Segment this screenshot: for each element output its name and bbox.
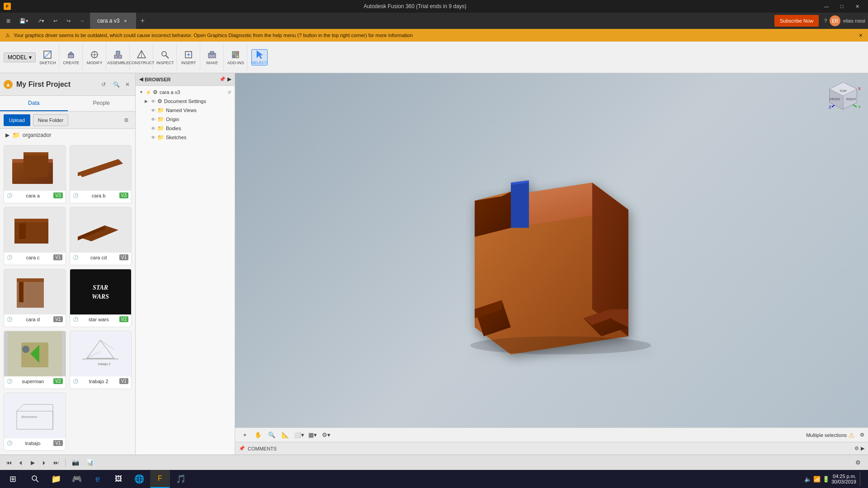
assemble-icon[interactable]: ASSEMBLE [110, 49, 126, 66]
taskbar-app-ie[interactable]: e [88, 470, 108, 488]
tray-icon-3[interactable]: 🔋 [822, 476, 830, 483]
tree-item-sketches[interactable]: 👁 📁 Sketches [136, 133, 235, 142]
tab-people[interactable]: People [68, 96, 136, 111]
tree-item-bodies[interactable]: 👁 📁 Bodies [136, 124, 235, 133]
play-last-button[interactable]: ⏭ [51, 457, 61, 468]
sketch-icon[interactable]: SKETCH [39, 49, 56, 66]
play-button[interactable]: ▶ [27, 457, 38, 468]
timeline-settings-button[interactable]: ⚙ [852, 457, 864, 468]
search-button[interactable]: 🔍 [111, 79, 122, 90]
file-grid: 🕐 cara a V3 🕐 cara b V3 [0, 141, 135, 455]
comments-expand-icon[interactable]: 📌 [239, 446, 245, 451]
taskbar-app-chrome[interactable]: 🌐 [129, 470, 149, 488]
redo-button[interactable]: ↪ [63, 15, 74, 27]
play-next-button[interactable]: ⏵ [39, 457, 50, 468]
comments-settings-icon[interactable]: ⚙ [854, 446, 859, 451]
tree-item-origin[interactable]: 👁 📁 Origin [136, 115, 235, 124]
camera-button[interactable]: 📷 [69, 457, 82, 468]
tree-item-root[interactable]: ▼ ⚡ ⚙ cara a v3 ↺ [136, 88, 235, 97]
display-button[interactable]: 📊 [84, 457, 96, 468]
history-icon: 🕐 [73, 379, 78, 384]
modify-icon[interactable]: MODIFY [86, 49, 103, 66]
minimize-button[interactable]: — [819, 0, 834, 13]
browser-tree: ▼ ⚡ ⚙ cara a v3 ↺ ▶ 👁 ⚙ Document Setting… [136, 86, 235, 455]
file-item-star-wars[interactable]: STAR WARS 🕐 star wars V2 [70, 269, 132, 327]
tab-data[interactable]: Data [0, 96, 68, 111]
select-icon[interactable]: SELECT [251, 49, 268, 66]
orbit-tool[interactable]: ⌖ [239, 429, 250, 441]
file-footer-star-wars: 🕐 star wars V2 [70, 314, 132, 324]
subscribe-button[interactable]: Subscribe Now [774, 15, 819, 27]
file-item-cara-a[interactable]: 🕐 cara a V3 [4, 145, 66, 203]
start-button[interactable]: ⊞ [2, 470, 24, 488]
help-button[interactable]: ? [824, 18, 827, 23]
measure-tool[interactable]: 📐 [279, 429, 291, 441]
tree-label-bodies: Bodies [166, 126, 231, 131]
browser-collapse-icon[interactable]: ◀ [139, 76, 143, 82]
svg-rect-2 [68, 54, 74, 58]
play-prev-button[interactable]: ⏴ [15, 457, 26, 468]
zoom-tool[interactable]: 🔍 [266, 429, 278, 441]
undo-button[interactable]: ↩ [50, 15, 61, 27]
taskbar-app-epic[interactable]: 🎮 [67, 470, 87, 488]
insert-icon[interactable]: INSERT [180, 49, 197, 66]
export-button[interactable]: ↗▾ [34, 15, 48, 27]
inspect-icon[interactable]: INSPECT [157, 49, 173, 66]
tab-close-button[interactable]: × [122, 18, 128, 24]
taskbar-app-search[interactable] [25, 470, 45, 488]
create-extrude-icon[interactable]: CREATE [63, 49, 79, 66]
new-folder-button[interactable]: New Folder [33, 114, 68, 126]
browser-expand-icon[interactable]: ▶ [227, 76, 231, 82]
viewport-settings-icon[interactable]: ⚙ [860, 432, 864, 438]
warning-close-button[interactable]: × [859, 32, 863, 39]
tree-item-named-views[interactable]: 👁 📁 Named Views [136, 106, 235, 115]
file-item-cara-d[interactable]: 🕐 cara d V1 [4, 269, 66, 327]
refresh-button[interactable]: ↺ [98, 79, 109, 90]
model-dropdown[interactable]: MODEL ▾ [4, 52, 36, 62]
display-mode[interactable]: ⬜▾ [293, 429, 305, 441]
file-item-cara-b[interactable]: 🕐 cara b V3 [70, 145, 132, 203]
panel-settings-button[interactable]: ⚙ [121, 115, 132, 126]
tray-icon-1[interactable]: 🔈 [804, 476, 811, 483]
pan-tool[interactable]: ✋ [252, 429, 264, 441]
active-tab[interactable]: cara a v3 × [90, 13, 136, 29]
settings-tool[interactable]: ⚙▾ [320, 429, 332, 441]
selections-label: Multiple selections ⚠ ⚙ [806, 432, 864, 439]
browser-pin-icon[interactable]: 📌 [219, 76, 226, 82]
file-item-cara-c[interactable]: 🕐 cara c V1 [4, 207, 66, 265]
taskbar-app-fusion[interactable]: F [150, 470, 170, 488]
taskbar-app-unknown[interactable]: 🖼 [108, 470, 128, 488]
grid-view-button[interactable]: ⊞ [3, 15, 14, 27]
model-label: MODEL [8, 54, 27, 61]
addins-icon[interactable]: ADD-INS [227, 49, 244, 66]
upload-button[interactable]: Upload [4, 114, 30, 126]
panel-logo: ▲ [4, 80, 13, 89]
tray-icon-2[interactable]: 📶 [813, 476, 821, 483]
comments-collapse-icon[interactable]: ▶ [861, 446, 864, 451]
nav-cube[interactable]: TOP RIGHT FRONT X Y Z [823, 78, 863, 118]
file-item-extra[interactable]: dimensions 🕐 trabajo V1 [4, 393, 66, 451]
history-icon: 🕐 [7, 255, 12, 260]
expand-arrow[interactable]: ▶ [5, 132, 9, 138]
forward-button[interactable]: → [76, 15, 88, 27]
file-item-cara-cd[interactable]: 🕐 cara cd V1 [70, 207, 132, 265]
construct-icon[interactable]: CONSTRUCT [133, 49, 150, 66]
svg-marker-61 [511, 180, 529, 228]
close-button[interactable]: ✕ [850, 0, 864, 13]
viewport-canvas[interactable]: TOP RIGHT FRONT X Y Z ⌖ ✋ 🔍 📐 ⬜▾ ▦▾ [235, 73, 868, 442]
grid-display[interactable]: ▦▾ [307, 429, 318, 441]
file-item-trabajo-2[interactable]: trabajo 2 🕐 trabajo 2 V1 [70, 331, 132, 389]
tree-item-doc-settings[interactable]: ▶ 👁 ⚙ Document Settings [136, 97, 235, 106]
folder-label: ▶ 📁 organizador [0, 129, 135, 141]
taskbar-app-explorer[interactable]: 📁 [46, 470, 66, 488]
user-avatar[interactable]: ER [830, 15, 840, 26]
taskbar-app-spotify[interactable]: 🎵 [171, 470, 191, 488]
new-tab-button[interactable]: + [136, 14, 149, 27]
play-first-button[interactable]: ⏮ [4, 457, 14, 468]
panel-close-button[interactable]: ✕ [123, 80, 132, 89]
restore-button[interactable]: □ [835, 0, 849, 13]
make-icon[interactable]: MAKE [204, 49, 220, 66]
save-button[interactable]: 💾▾ [16, 15, 32, 27]
show-desktop-button[interactable] [860, 472, 863, 486]
file-item-superman[interactable]: 🕐 superman V2 [4, 331, 66, 389]
